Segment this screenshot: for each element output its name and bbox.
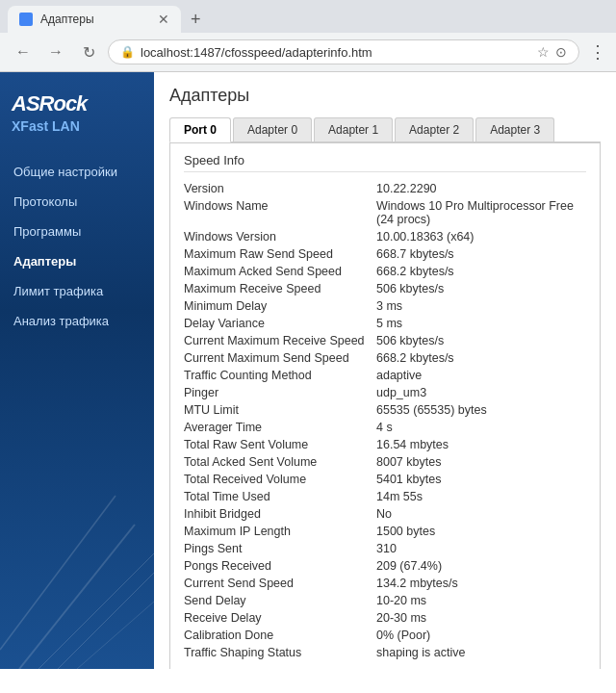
xfast-lan-label: XFast LAN: [12, 118, 142, 134]
sidebar-item-adapters[interactable]: Адаптеры: [0, 246, 154, 276]
info-value: 668.2 kbytes/s: [376, 351, 454, 365]
info-value: Windows 10 Pro Multiprocessor Free (24 p…: [376, 199, 586, 226]
info-value: 4 s: [376, 421, 393, 434]
info-row: Windows NameWindows 10 Pro Multiprocesso…: [184, 197, 586, 228]
info-row: Version10.22.2290: [184, 180, 586, 197]
tab-adapter2[interactable]: Adapter 2: [395, 117, 474, 141]
info-row: Calibration Done0% (Poor): [184, 627, 586, 644]
info-value: 16.54 mbytes: [376, 438, 449, 451]
lock-icon: 🔒: [120, 45, 135, 59]
sidebar-item-traffic-limit[interactable]: Лимит трафика: [0, 276, 154, 306]
address-bar[interactable]: 🔒 localhost:1487/cfosspeed/adapterinfo.h…: [108, 39, 579, 64]
info-rows-container: Version10.22.2290Windows NameWindows 10 …: [184, 180, 586, 661]
info-value: 20-30 ms: [376, 611, 426, 625]
logo-area: ASRock XFast LAN: [0, 82, 154, 147]
main-content: Адаптеры Port 0 Adapter 0 Adapter 1 Adap…: [154, 72, 616, 669]
info-value: 3 ms: [376, 299, 402, 313]
info-value: adaptive: [376, 369, 422, 382]
info-value: 10.00.18363 (x64): [376, 230, 474, 244]
info-label: Delay Variance: [184, 317, 376, 330]
info-label: Windows Name: [184, 199, 376, 226]
info-row: Inhibit BridgedNo: [184, 505, 586, 523]
info-label: Traffic Counting Method: [184, 369, 376, 382]
info-row: Current Maximum Receive Speed506 kbytes/…: [184, 332, 586, 349]
info-row: Pings Sent310: [184, 540, 586, 557]
bookmark-button[interactable]: ☆: [537, 44, 550, 60]
section-title: Speed Info: [184, 153, 586, 172]
sidebar-item-programs[interactable]: Программы: [0, 217, 154, 246]
info-value: 506 kbytes/s: [376, 334, 444, 347]
back-button[interactable]: ←: [10, 38, 37, 65]
tab-title: Адаптеры: [40, 13, 94, 26]
info-value: 0% (Poor): [376, 629, 430, 642]
info-label: Windows Version: [184, 230, 376, 244]
info-row: Windows Version10.00.18363 (x64): [184, 228, 586, 245]
info-value: No: [376, 507, 392, 521]
info-label: Receive Delay: [184, 611, 376, 625]
info-row: Averager Time4 s: [184, 419, 586, 436]
info-value: 5 ms: [376, 317, 402, 330]
info-value: 10.22.2290: [376, 182, 437, 195]
info-label: MTU Limit: [184, 403, 376, 417]
info-label: Send Delay: [184, 594, 376, 607]
tab-adapter3[interactable]: Adapter 3: [475, 117, 554, 141]
sidebar-item-traffic-analysis[interactable]: Анализ трафика: [0, 306, 154, 336]
info-label: Pongs Received: [184, 559, 376, 573]
browser-tab[interactable]: Адаптеры ✕: [8, 6, 181, 33]
info-label: Total Acked Sent Volume: [184, 455, 376, 469]
info-value: 65535 (65535) bytes: [376, 403, 487, 417]
info-label: Pinger: [184, 386, 376, 399]
info-value: 310: [376, 542, 397, 555]
info-label: Current Send Speed: [184, 577, 376, 590]
reload-button[interactable]: ↻: [75, 38, 102, 65]
info-value: 668.7 kbytes/s: [376, 247, 454, 261]
info-value: shaping is active: [376, 646, 465, 659]
info-row: Maximum Acked Send Speed668.2 kbytes/s: [184, 263, 586, 280]
info-label: Pings Sent: [184, 542, 376, 555]
info-value: 5401 kbytes: [376, 473, 441, 486]
url-text: localhost:1487/cfosspeed/adapterinfo.htm: [141, 45, 531, 60]
info-label: Maximum Acked Send Speed: [184, 265, 376, 278]
info-row: Current Maximum Send Speed668.2 kbytes/s: [184, 349, 586, 367]
info-label: Current Maximum Send Speed: [184, 351, 376, 365]
tab-adapter1[interactable]: Adapter 1: [314, 117, 393, 141]
info-row: Traffic Shaping Statusshaping is active: [184, 644, 586, 661]
tab-adapter0[interactable]: Adapter 0: [233, 117, 312, 141]
info-row: Send Delay10-20 ms: [184, 592, 586, 609]
info-row: Total Time Used14m 55s: [184, 488, 586, 505]
info-row: Traffic Counting Methodadaptive: [184, 367, 586, 384]
info-value: 668.2 kbytes/s: [376, 265, 454, 278]
browser-controls: ← → ↻ 🔒 localhost:1487/cfosspeed/adapter…: [0, 33, 616, 71]
info-label: Averager Time: [184, 421, 376, 434]
info-row: Total Raw Sent Volume16.54 mbytes: [184, 436, 586, 453]
info-row: Current Send Speed134.2 mbytes/s: [184, 575, 586, 592]
tab-favicon: [19, 13, 33, 26]
sidebar-item-general[interactable]: Общие настройки: [0, 157, 154, 187]
sidebar: ASRock XFast LAN Общие настройки Протоко…: [0, 72, 154, 669]
info-label: Total Received Volume: [184, 473, 376, 486]
info-label: Maximum Receive Speed: [184, 282, 376, 295]
sidebar-item-protocols[interactable]: Протоколы: [0, 187, 154, 217]
new-tab-button[interactable]: +: [185, 10, 207, 30]
info-row: Total Received Volume5401 kbytes: [184, 471, 586, 488]
info-label: Calibration Done: [184, 629, 376, 642]
info-row: Total Acked Sent Volume8007 kbytes: [184, 453, 586, 471]
info-value: 134.2 mbytes/s: [376, 577, 458, 590]
info-value: 209 (67.4%): [376, 559, 442, 573]
info-row: Maximum Raw Send Speed668.7 kbytes/s: [184, 245, 586, 263]
account-button[interactable]: ⊙: [555, 44, 567, 60]
tab-close-button[interactable]: ✕: [158, 12, 169, 27]
forward-button[interactable]: →: [42, 38, 69, 65]
info-value: 8007 kbytes: [376, 455, 441, 469]
info-label: Maximum IP Length: [184, 525, 376, 538]
info-label: Minimum Delay: [184, 299, 376, 313]
info-label: Current Maximum Receive Speed: [184, 334, 376, 347]
tabs-row: Port 0 Adapter 0 Adapter 1 Adapter 2 Ada…: [169, 117, 601, 142]
more-menu-button[interactable]: ⋮: [589, 41, 606, 63]
tab-port0[interactable]: Port 0: [169, 117, 231, 142]
info-row: Pongs Received209 (67.4%): [184, 557, 586, 575]
sidebar-nav: Общие настройки Протоколы Программы Адап…: [0, 157, 154, 336]
svg-line-3: [58, 573, 154, 669]
info-value: udp_um3: [376, 386, 426, 399]
tab-bar: Адаптеры ✕ +: [0, 0, 616, 33]
